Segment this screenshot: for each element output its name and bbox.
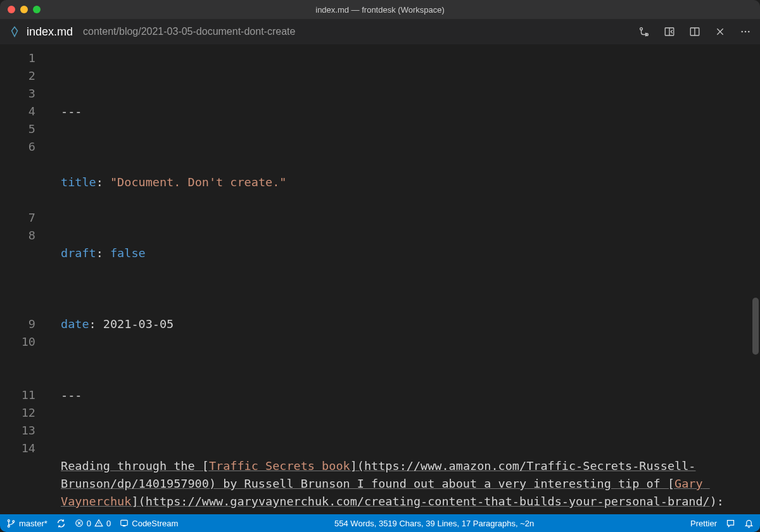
line-number: 1	[0, 49, 35, 67]
svg-point-6	[748, 31, 750, 33]
markdown-file-icon	[9, 26, 20, 37]
line-number	[0, 174, 35, 191]
statusbar: master* 0 0 CodeStream 554 Words, 3519 C…	[0, 514, 760, 532]
line-number	[0, 156, 35, 174]
problems-status[interactable]: 0 0	[75, 519, 111, 528]
svg-point-0	[640, 28, 643, 30]
line-number: 11	[0, 386, 35, 404]
tab-filename[interactable]: index.md	[27, 25, 73, 39]
svg-point-8	[8, 525, 10, 527]
notifications-icon[interactable]	[744, 519, 754, 528]
titlebar: index.md — frontdesk (Workspace)	[0, 0, 760, 19]
line-number: 13	[0, 422, 35, 440]
line-number	[0, 475, 35, 493]
line-number	[0, 351, 35, 369]
error-count: 0	[87, 519, 91, 528]
code-editor[interactable]: 1 2 3 4 5 6 7 8 9 10 11 12 13 14 --- tit…	[0, 44, 760, 514]
line-number	[0, 191, 35, 209]
prettier-label: Prettier	[690, 519, 717, 528]
svg-point-9	[13, 520, 15, 522]
line-number: 7	[0, 209, 35, 227]
window-title: index.md — frontdesk (Workspace)	[0, 5, 760, 15]
line-number	[0, 493, 35, 510]
line-number: 2	[0, 67, 35, 85]
line-number	[0, 280, 35, 298]
wordcount-status[interactable]: 554 Words, 3519 Chars, 39 Lines, 17 Para…	[334, 519, 534, 528]
scrollbar-thumb[interactable]	[752, 298, 759, 355]
line-number: 12	[0, 404, 35, 422]
sync-changes-button[interactable]	[56, 519, 66, 528]
wordcount-text: 554 Words, 3519 Chars, 39 Lines, 17 Para…	[334, 519, 534, 528]
frontmatter-close: ---	[61, 388, 82, 402]
svg-point-4	[741, 31, 743, 33]
line-number	[0, 262, 35, 280]
codestream-label: CodeStream	[132, 519, 178, 528]
more-actions-icon[interactable]	[740, 26, 751, 37]
maximize-window-button[interactable]	[33, 6, 41, 13]
line-number	[0, 298, 35, 315]
line-number: 3	[0, 85, 35, 103]
source-control-compare-icon[interactable]	[638, 26, 650, 37]
split-editor-icon[interactable]	[689, 26, 700, 37]
line-number	[0, 369, 35, 386]
fm-key-draft: draft	[61, 246, 96, 260]
line-number: 9	[0, 315, 35, 333]
editor-tabbar: index.md content/blog/2021-03-05-documen…	[0, 19, 760, 44]
fm-val-draft: false	[110, 246, 146, 260]
line-number: 6	[0, 138, 35, 156]
line-number: 5	[0, 120, 35, 138]
line-number	[0, 244, 35, 262]
feedback-icon[interactable]	[726, 519, 735, 528]
close-tab-icon[interactable]	[714, 26, 726, 37]
fm-val-date: 2021-03-05	[103, 317, 174, 331]
minimize-window-button[interactable]	[20, 6, 28, 13]
tab-filepath: content/blog/2021-03-05-document-dont-cr…	[83, 26, 295, 37]
line-number: 14	[0, 440, 35, 457]
line-number: 10	[0, 333, 35, 351]
line-number	[0, 457, 35, 475]
svg-point-5	[745, 31, 747, 33]
tab-actions	[638, 26, 751, 37]
code-content[interactable]: --- title: "Document. Don't create." dra…	[61, 49, 745, 514]
close-window-button[interactable]	[8, 6, 15, 13]
traffic-lights	[8, 6, 41, 13]
codestream-status[interactable]: CodeStream	[120, 519, 178, 528]
line-number: 4	[0, 103, 35, 120]
fm-key-date: date	[61, 317, 89, 331]
line-number-gutter: 1 2 3 4 5 6 7 8 9 10 11 12 13 14	[0, 44, 46, 514]
frontmatter-open: ---	[61, 104, 82, 118]
branch-name: master*	[19, 519, 48, 528]
svg-rect-11	[121, 520, 128, 525]
paragraph-line-6: Reading through the [Traffic Secrets boo…	[61, 457, 745, 514]
fm-val-title: "Document. Don't create."	[110, 175, 286, 189]
prettier-status[interactable]: Prettier	[690, 519, 717, 528]
warning-count: 0	[106, 519, 111, 528]
svg-point-7	[8, 519, 10, 521]
line-number: 8	[0, 227, 35, 244]
fm-key-title: title	[61, 175, 96, 189]
open-preview-side-icon[interactable]	[664, 26, 675, 37]
git-branch-status[interactable]: master*	[6, 519, 48, 528]
